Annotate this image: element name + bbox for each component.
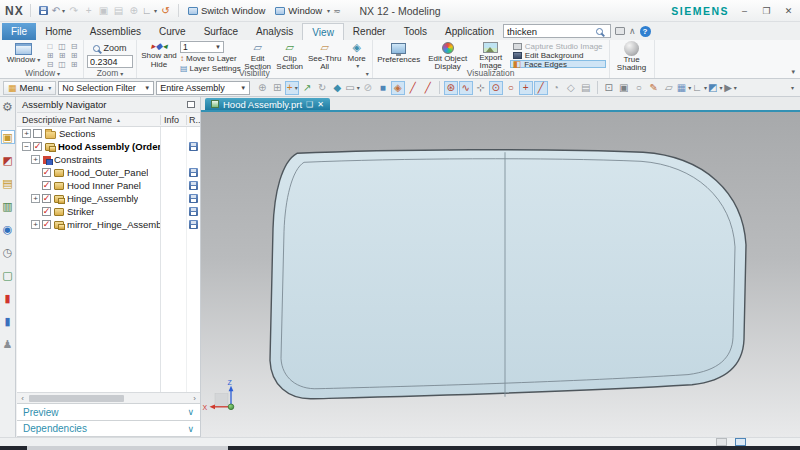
web-browser-icon[interactable]: ◉ [1,222,15,236]
undock-panel-icon[interactable] [187,101,195,108]
menu-button[interactable]: ▦ Menu▾ [3,81,56,95]
fit-view-icon[interactable]: ⊡ [602,81,616,95]
preview-panel-header[interactable]: Preview∨ [17,403,200,420]
true-shading-button[interactable]: True Shading [613,41,651,68]
zoom-button[interactable]: Zoom [93,41,126,53]
column-info[interactable]: Info [160,115,186,125]
visibility-checkbox[interactable] [42,220,51,229]
csys-display-icon[interactable]: ∟▾ [692,81,707,95]
column-descriptive-part-name[interactable]: Descriptive Part Name▲ [17,115,160,125]
solid-body-filter-icon[interactable]: ■ [376,81,390,95]
expander-icon[interactable]: + [31,220,40,229]
select-rectangle-icon[interactable]: ▭▾ [345,81,359,95]
selection-scope-combo[interactable]: Entire Assembly▼ [156,81,250,95]
qat-save-icon[interactable] [37,6,50,15]
status-window-icon[interactable] [735,438,746,446]
expander-icon[interactable]: + [22,129,31,138]
render-style-icon[interactable]: ◩▾ [708,81,722,95]
expander-icon[interactable]: + [31,155,40,164]
visibility-checkbox[interactable] [33,142,42,151]
qat-paste-icon[interactable]: ▤ [112,5,125,16]
ribbon-tab-render[interactable]: Render [344,23,395,40]
tree-row-constraints[interactable]: +Constraints [17,153,200,166]
snap-end-point-icon[interactable]: ⊹ [474,81,488,95]
snap-point-on-curve-icon[interactable]: ∿ [459,81,473,95]
move-component-icon[interactable]: ↗ [300,81,314,95]
window-layout-option-icon[interactable]: ⊞ [68,51,80,60]
visibility-checkbox[interactable] [42,207,51,216]
chevron-down-icon[interactable]: ▾ [791,84,797,91]
visibility-checkbox[interactable] [33,129,42,138]
snap-circle-center-icon[interactable]: ○ [504,81,518,95]
graphics-canvas[interactable]: Z X [201,112,800,437]
taskbar-app-segment[interactable] [27,446,228,450]
ribbon-tab-tools[interactable]: Tools [395,23,436,40]
navigator-hscrollbar[interactable]: ‹ › [17,392,200,403]
see-thru-all-button[interactable]: ▱ See-Thru All [307,41,343,68]
part-tab-hood-assembly[interactable]: Hood Assembly.prt ❏ ✕ [205,98,330,110]
work-layer-combo[interactable]: 1▼ [180,41,224,53]
visibility-checkbox[interactable] [42,168,51,177]
zoom-window-icon[interactable]: ▣ [617,81,631,95]
expander-icon[interactable]: + [31,194,40,203]
window-layout-option-icon[interactable]: ⊞ [44,51,56,60]
tree-row-mirror-hinge-assembly-0[interactable]: +mirror_Hinge_Assembly_0 [17,218,200,231]
snap-quadrant-icon[interactable]: ◔ [549,81,563,95]
window-layout-option-icon[interactable]: □ [44,42,56,51]
preferences-button[interactable]: Preferences [376,41,422,68]
hood-outer-surface[interactable] [270,150,746,399]
highlight-selection-icon[interactable]: ◈ [391,81,405,95]
status-display-icon[interactable] [716,438,727,446]
qat-touch-mode-icon[interactable]: ↺ [159,5,172,16]
scroll-left-icon[interactable]: ‹ [18,394,27,403]
move-to-layer-button[interactable]: ↕ Move to Layer [180,54,241,63]
interpart-link-2-icon[interactable]: ╱ [421,81,435,95]
customize-qat-icon[interactable]: ≂ [333,6,341,16]
wcs-triad[interactable]: Z X [203,379,234,411]
chevron-down-icon[interactable]: ▾ [366,70,369,77]
tree-row-hood-outer-panel[interactable]: Hood_Outer_Panel [17,166,200,179]
deselect-all-icon[interactable]: ⊘ [361,81,375,95]
qat-undo-icon[interactable]: ↶▾ [52,5,65,16]
snap-point-on-face-icon[interactable]: ▤ [579,81,593,95]
window-menu-button[interactable]: Window ▾ ≂ [272,4,343,17]
face-edges-toggle[interactable]: ◧ Face Edges [510,60,606,68]
expander-icon[interactable]: − [22,142,31,151]
minimize-button[interactable]: – [738,6,751,16]
snap-arc-center-icon[interactable]: ⊙ [489,81,503,95]
snap-existing-point-icon[interactable]: ◇ [564,81,578,95]
view-animation-icon[interactable]: ▶▾ [724,81,738,95]
qat-redo-icon[interactable]: ↷ [67,5,80,16]
document-icon[interactable]: ❏ [306,100,313,109]
ribbon-tab-curve[interactable]: Curve [150,23,195,40]
tree-row-hood-inner-panel[interactable]: Hood Inner Panel [17,179,200,192]
selection-filter-combo[interactable]: No Selection Filter▼ [58,81,154,95]
reuse-library-icon[interactable]: ▥ [1,199,15,213]
show-layers-icon[interactable]: ▱ [662,81,676,95]
window-layout-option-icon[interactable]: ⊟ [68,42,80,51]
scrollbar-thumb[interactable] [29,395,124,402]
add-component-icon[interactable]: +▾ [285,81,299,95]
edit-background-button[interactable]: Edit Background [510,51,606,59]
column-read-only[interactable]: R.. [186,115,200,125]
history-icon[interactable]: ◷ [1,245,15,259]
ribbon-tab-application[interactable]: Application [436,23,503,40]
full-screen-icon[interactable] [615,27,625,35]
minimize-ribbon-icon[interactable]: ∧ [629,26,636,36]
system-materials-icon[interactable]: ♟ [1,337,15,351]
qat-repeat-command-icon[interactable]: ∟▾ [142,5,157,16]
assembly-navigator-icon[interactable]: ▣ [1,130,15,144]
snap-midpoint-icon[interactable]: ╱ [534,81,548,95]
ribbon-tab-assemblies[interactable]: Assemblies [81,23,150,40]
dependencies-panel-header[interactable]: Dependencies∨ [17,420,200,437]
edit-object-display-button[interactable]: Edit Object Display [424,41,472,68]
selection-ball-icon[interactable]: ⊕ [255,81,269,95]
edit-section-button[interactable]: ▱ Edit Section [243,41,273,68]
zoom-ratio-input[interactable] [87,55,133,68]
work-part-icon[interactable]: ⊞ [270,81,284,95]
ribbon-tab-file[interactable]: File [2,23,36,40]
qat-delete-icon[interactable]: ⊕ [127,5,140,16]
tree-row-striker[interactable]: Striker [17,205,200,218]
grid-display-icon[interactable]: ▦▾ [677,81,691,95]
snap-point-toggle-icon[interactable]: ⊛ [444,81,458,95]
